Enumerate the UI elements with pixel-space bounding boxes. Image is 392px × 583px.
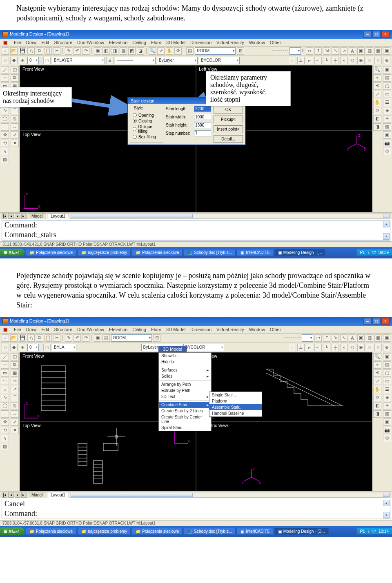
polyline-icon[interactable]: 〰: [1, 74, 9, 82]
menu-other[interactable]: Other: [270, 327, 281, 332]
model-icon[interactable]: ◈: [383, 394, 391, 401]
material-icon[interactable]: ▦: [383, 410, 391, 418]
menu-draw[interactable]: Draw: [26, 40, 37, 45]
maximize-button[interactable]: □: [372, 31, 381, 38]
rect-icon[interactable]: ▭: [1, 369, 9, 377]
tab-nav-prev-icon[interactable]: ◂: [8, 492, 14, 498]
paste-icon[interactable]: 📋: [45, 334, 52, 342]
submenu-item[interactable]: Handrail Baseline: [209, 410, 262, 416]
hatch-icon[interactable]: ▨: [1, 156, 9, 163]
menu-3dmodel-dropdown[interactable]: 3D Model Showlib... Hidelib Surfaces▸ So…: [158, 352, 212, 431]
tab-nav-prev-icon[interactable]: ◂: [8, 213, 14, 219]
system-tray[interactable]: PL♪🛡09:39: [357, 249, 392, 256]
tab-nav-next-icon[interactable]: ▸: [15, 492, 20, 498]
taskbar-item[interactable]: 📁Połączenia sieciowe: [26, 249, 76, 256]
cut-icon[interactable]: ✂: [53, 334, 60, 342]
bycolor-select[interactable]: BYCOLOR: [183, 344, 224, 351]
menu-vr[interactable]: Virtual Reality: [216, 327, 244, 332]
dim-icon[interactable]: ↥: [323, 334, 330, 342]
camera-icon[interactable]: 📷: [383, 140, 391, 147]
taskbar-item[interactable]: 📁Połączenia sieciowe: [132, 528, 183, 535]
ellipse-icon[interactable]: ◯: [1, 402, 9, 409]
tool-icon[interactable]: ◪: [137, 47, 144, 55]
menu-elevation[interactable]: Elevation: [109, 327, 127, 332]
undo-icon[interactable]: ↶: [74, 47, 81, 55]
snap-icon[interactable]: ⊥: [297, 344, 305, 351]
close-button[interactable]: ×: [381, 31, 390, 38]
snap-icon[interactable]: ◇: [366, 57, 373, 64]
copy-icon[interactable]: ⧉: [36, 47, 43, 55]
layer-select[interactable]: BYLA: [52, 344, 76, 351]
menu-file[interactable]: File: [14, 327, 21, 332]
menu-item[interactable]: Create Stair by 2 Lines: [159, 408, 211, 414]
tab-nav-first-icon[interactable]: |◂: [2, 213, 7, 219]
hatch-icon[interactable]: ▨: [1, 443, 9, 450]
explode-icon[interactable]: ✷: [11, 427, 19, 434]
start-button[interactable]: ⊞Start: [0, 527, 24, 535]
mirror-icon[interactable]: ◫: [11, 66, 19, 73]
text-icon[interactable]: A: [349, 47, 356, 55]
menu-elevation[interactable]: Elevation: [109, 40, 127, 45]
menu-item[interactable]: 3D Text▸: [159, 394, 211, 400]
tool-icon[interactable]: ◇: [2, 57, 9, 64]
minimize-button[interactable]: –: [363, 318, 372, 325]
layertool-icon[interactable]: ≡: [106, 57, 114, 64]
offset-icon[interactable]: ⧉: [11, 361, 19, 369]
fillet-icon[interactable]: ⌒: [11, 107, 19, 114]
menu-3dmodel[interactable]: 3D Model: [166, 327, 185, 332]
tab-layout1[interactable]: Layout1: [47, 492, 69, 498]
zoom-previous-icon[interactable]: ⟲: [373, 82, 381, 90]
snap-icon[interactable]: ◉: [357, 57, 365, 64]
menu-doorwindow[interactable]: Door/Window: [77, 327, 104, 332]
tool-icon[interactable]: ◈: [19, 57, 26, 64]
dim-icon[interactable]: ↦: [314, 334, 322, 342]
menu-item-combine-stair[interactable]: Combine Stair▸: [159, 402, 211, 408]
bycolor-select[interactable]: BYCOLOR: [199, 57, 240, 64]
zoom-extents-icon[interactable]: ⤢: [157, 47, 165, 55]
tool-icon[interactable]: ▣: [94, 47, 101, 55]
radio-opening[interactable]: Opening: [133, 113, 160, 118]
spline-icon[interactable]: ∿: [1, 394, 9, 401]
layout-scrollbar[interactable]: [70, 213, 390, 219]
view-icon[interactable]: ◧: [373, 115, 381, 122]
snap-icon[interactable]: ┘: [314, 57, 322, 64]
close-button[interactable]: ×: [381, 318, 390, 325]
submenu-item[interactable]: Single Stair...: [209, 392, 262, 398]
command-scroll-down-icon[interactable]: ▾: [383, 233, 390, 240]
redo-icon[interactable]: ↷: [82, 334, 89, 342]
width-input[interactable]: [194, 114, 211, 120]
tool-icon[interactable]: ⊞: [237, 47, 244, 55]
object-icon[interactable]: ▣: [383, 353, 391, 360]
menu-draw[interactable]: Draw: [26, 327, 37, 332]
tab-nav-last-icon[interactable]: ▸|: [21, 492, 27, 498]
polyline-icon[interactable]: 〰: [1, 361, 9, 369]
submenu-item[interactable]: Platform: [209, 398, 262, 404]
lineweight-select[interactable]: [302, 334, 313, 342]
color-swatch[interactable]: □: [43, 344, 51, 351]
command-scroll-down-icon[interactable]: ▾: [383, 512, 390, 518]
light-icon[interactable]: ☀: [383, 402, 391, 409]
brush-icon[interactable]: ✎: [65, 334, 72, 342]
orbit-icon[interactable]: ⟳: [373, 394, 381, 401]
zoom-all-icon[interactable]: ⤢: [373, 91, 381, 98]
snap-icon[interactable]: ◎: [349, 344, 356, 351]
tool-icon[interactable]: ⊞: [153, 334, 160, 342]
detail-button[interactable]: Detail...: [214, 135, 243, 143]
dim-icon[interactable]: ⇲: [323, 47, 330, 55]
taskbar-item[interactable]: 📘Schody.doc [Tryb z...: [184, 249, 236, 256]
wall-icon[interactable]: ▤: [383, 361, 391, 369]
snap-icon[interactable]: ☆: [374, 344, 382, 351]
maximize-button[interactable]: □: [372, 318, 381, 325]
window-icon[interactable]: ▭: [383, 378, 391, 385]
scale-icon[interactable]: ⤢: [11, 418, 19, 426]
menu-floor[interactable]: Floor: [151, 40, 161, 45]
tab-nav-first-icon[interactable]: |◂: [2, 492, 7, 498]
stretch-icon[interactable]: ↔: [11, 410, 19, 418]
snap-icon[interactable]: ☆: [374, 57, 382, 64]
object-icon[interactable]: ▣: [383, 66, 391, 73]
taskbar-item[interactable]: ▣InteriCAD T5: [237, 249, 273, 256]
snap-icon[interactable]: ◇: [366, 344, 373, 351]
new-icon[interactable]: ▫: [2, 334, 9, 342]
tool-icon[interactable]: ▦: [120, 47, 127, 55]
length-input[interactable]: [194, 106, 211, 112]
